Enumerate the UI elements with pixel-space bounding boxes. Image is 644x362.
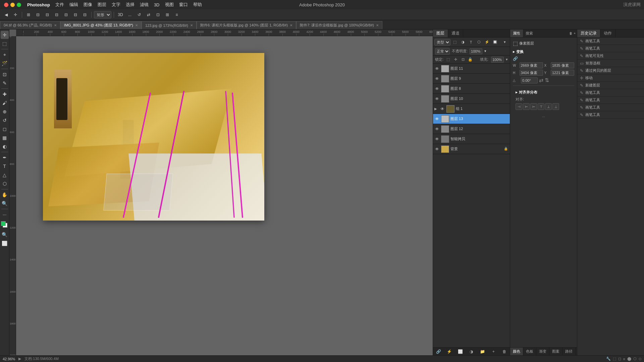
tool-hand[interactable]: ✋ <box>1 191 9 199</box>
props-add-btn[interactable]: + <box>574 32 576 35</box>
layer-eye-11[interactable]: 👁 <box>434 66 440 71</box>
status-tool-7[interactable]: ◇ <box>639 357 641 361</box>
menu-edit[interactable]: 编辑 <box>67 2 81 8</box>
layer-item-9[interactable]: 👁 图层 9 <box>433 74 510 84</box>
align-bottom[interactable]: ⊟ <box>81 11 89 19</box>
tab-1[interactable]: IMG_8001.JPG @ 43% (图层 13, RGB/8*) ✕ <box>60 21 142 29</box>
menu-select[interactable]: 选择 <box>123 2 137 8</box>
menu-filter[interactable]: 滤镜 <box>137 2 151 8</box>
status-tool-2[interactable]: ⬚ <box>613 357 616 361</box>
move-tool[interactable]: ✛ <box>11 11 19 19</box>
align-center-h[interactable]: ⊟ <box>43 11 51 19</box>
tool-eraser[interactable]: ◻ <box>1 125 9 133</box>
layer-item-8[interactable]: 👁 图层 8 <box>433 84 510 94</box>
blend-mode-select[interactable]: 正常 <box>435 48 450 55</box>
shape-select[interactable]: 矩形 <box>94 11 111 18</box>
add-mask-btn[interactable]: ⬜ <box>457 348 464 355</box>
tool-lasso[interactable]: ⌖ <box>1 51 9 59</box>
props-tab-search[interactable]: 搜索 <box>523 29 536 37</box>
color-tab-gradient[interactable]: 渐变 <box>536 348 549 355</box>
filter-shape[interactable]: ⬡ <box>475 39 483 46</box>
align-bottom-btn[interactable]: ⊥ <box>552 103 559 110</box>
tool-heal[interactable]: ✚ <box>1 90 9 98</box>
layer-filter-select[interactable]: 类型 <box>434 39 450 46</box>
history-tab-history[interactable]: 历史记录 <box>577 29 600 37</box>
history-item-8[interactable]: ✎ 画笔工具 <box>577 97 644 104</box>
back-button[interactable]: ◀ <box>2 11 10 19</box>
align-left[interactable]: ⊟ <box>34 11 42 19</box>
tab-4-close[interactable]: ✕ <box>376 23 379 27</box>
menu-file[interactable]: 文件 <box>53 2 67 8</box>
tab-2[interactable]: 123.jpg @ 173%(RGB/8#) ✕ <box>142 21 197 29</box>
filter-effect[interactable]: ⚡ <box>483 39 491 46</box>
lock-artboard-icon[interactable]: ⊡ <box>460 57 466 62</box>
layer-eye-group1[interactable]: 👁 <box>440 106 445 112</box>
tool-marquee[interactable]: ⬚ <box>1 40 9 48</box>
opacity-input[interactable] <box>470 48 482 54</box>
tool-crop[interactable]: ⊡ <box>1 70 9 78</box>
history-item-10[interactable]: ✎ 画笔工具 <box>577 111 644 119</box>
close-button[interactable] <box>4 3 8 7</box>
tool-text[interactable]: T <box>1 162 9 170</box>
tab-1-close[interactable]: ✕ <box>135 23 138 27</box>
flip-button[interactable]: ⇄ <box>145 11 153 19</box>
lock-pixel-icon[interactable]: ⬚ <box>445 57 451 62</box>
menu-3d[interactable]: 3D <box>151 2 162 7</box>
more-options[interactable]: ... <box>126 11 134 19</box>
align-right-btn[interactable]: ⊢ <box>530 103 537 110</box>
foreground-color[interactable] <box>1 221 6 226</box>
layer-item-11[interactable]: 👁 图层 11 <box>433 64 510 74</box>
history-item-3[interactable]: ▭ 矩形选框 <box>577 60 644 67</box>
align-mid-btn[interactable]: ⊥ <box>545 103 552 110</box>
menu-text[interactable]: 文字 <box>109 2 123 8</box>
tool-move[interactable]: ✛ <box>1 31 9 39</box>
status-tool-6[interactable]: ⬡ <box>633 357 637 361</box>
w-input[interactable] <box>520 62 543 68</box>
tab-channels[interactable]: 通道 <box>448 29 463 37</box>
align-top[interactable]: ⊟ <box>62 11 70 19</box>
tab-layers[interactable]: 图层 <box>433 29 448 37</box>
tool-shape[interactable]: ⬡ <box>1 180 9 188</box>
status-tool-1[interactable]: 🔧 <box>606 357 611 361</box>
tool-stamp[interactable]: ⊕ <box>1 108 9 116</box>
chain-icon[interactable]: 🔗 <box>513 56 518 61</box>
rotate-button[interactable]: ↺ <box>135 11 143 19</box>
new-layer-btn[interactable]: + <box>490 348 497 355</box>
filter-text[interactable]: T <box>467 39 475 46</box>
h-input[interactable] <box>520 70 543 76</box>
tab-4[interactable]: 附件7: 课后作业模板版.jpg @ 100%(RGB/8#) ✕ <box>296 21 382 29</box>
tool-wand[interactable]: 🪄 <box>1 59 9 67</box>
layer-eye-10[interactable]: 👁 <box>434 96 440 102</box>
layer-item-group1[interactable]: ▶ 👁 组 1 <box>433 104 510 114</box>
menu-image[interactable]: 图像 <box>81 2 95 8</box>
group-collapse-icon[interactable]: ▶ <box>434 107 438 111</box>
maximize-button[interactable] <box>17 3 21 7</box>
filter-pixel[interactable]: ⬚ <box>451 39 459 46</box>
more-props-btn[interactable]: ··· <box>542 115 545 119</box>
options-button[interactable]: ⊞ <box>163 11 171 19</box>
lock-all-icon[interactable]: 🔒 <box>468 57 473 62</box>
status-tool-3[interactable]: ◻ <box>618 357 621 361</box>
minimize-button[interactable] <box>10 3 15 7</box>
tool-shapes-ext[interactable]: ⬜ <box>1 239 9 247</box>
flip-v-icon[interactable]: ⇅ <box>545 77 549 83</box>
layer-item-12[interactable]: 👁 图层 12 <box>433 124 510 134</box>
color-tab-color[interactable]: 颜色 <box>510 348 523 355</box>
history-item-4[interactable]: ✎ 通过拷贝的图层 <box>577 67 644 74</box>
align-center-v[interactable]: ⊟ <box>71 11 79 19</box>
layer-item-10[interactable]: 👁 图层 10 <box>433 94 510 104</box>
menu-help[interactable]: 帮助 <box>191 2 205 8</box>
layer-eye-smart[interactable]: 👁 <box>434 136 440 142</box>
menu-view[interactable]: 视图 <box>162 2 176 8</box>
panel-collapse[interactable]: ▾ <box>501 39 508 46</box>
layer-eye-8[interactable]: 👁 <box>434 86 440 92</box>
tab-3-close[interactable]: ✕ <box>290 23 292 27</box>
layer-eye-9[interactable]: 👁 <box>434 76 440 81</box>
canvas-content[interactable] <box>16 36 433 355</box>
y-input[interactable] <box>551 70 574 76</box>
flip-h-icon[interactable]: ⇄ <box>539 77 543 83</box>
arrange-button[interactable]: ≡ <box>173 11 181 19</box>
tab-0[interactable]: 04.tif @ 66.9% (产品, RGB/8) ✕ <box>0 21 60 29</box>
color-swatches[interactable] <box>1 221 8 229</box>
canvas-area[interactable]: 0200400600800100012001400160018002000220… <box>9 29 433 355</box>
